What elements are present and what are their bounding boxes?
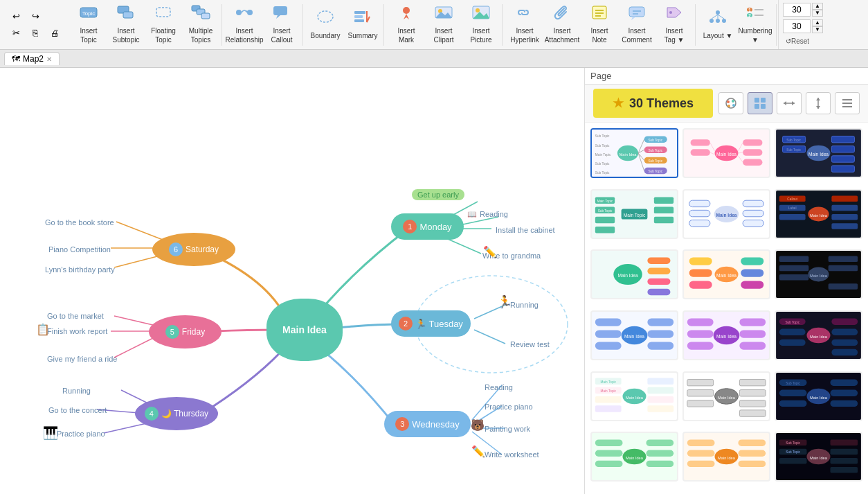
floating-topic-label: Floating Topic (151, 26, 176, 44)
svg-rect-108 (691, 149, 710, 155)
insert-topic-button[interactable]: Topic Insert Topic (71, 6, 107, 44)
theme-item-18[interactable]: Main Idea Sub Topic Sub Topic (775, 432, 862, 482)
summary-button[interactable]: Summary (345, 6, 381, 44)
theme-item-9[interactable]: Main Idea (775, 249, 862, 299)
insert-mark-button[interactable]: Insert Mark (388, 6, 424, 44)
cut-button[interactable]: ✂ (7, 26, 25, 41)
print-button[interactable]: 🖨 (46, 26, 64, 41)
insert-clipart-button[interactable]: Insert Clipart (426, 6, 462, 44)
svg-rect-174 (741, 258, 763, 265)
svg-rect-110 (743, 149, 762, 155)
hyperlink-button[interactable]: Insert Hyperlink (507, 6, 543, 44)
svg-rect-273 (779, 458, 807, 464)
summary-label: Summary (348, 31, 378, 40)
theme-item-4[interactable]: Main Topic Main Topic Sub Topic (590, 189, 678, 239)
theme-item-12[interactable]: Main Idea Sub Topic (775, 310, 862, 360)
theme-expand-h-button[interactable] (777, 92, 802, 114)
tuesday-node[interactable]: 2 🏃 Tuesday (391, 310, 471, 337)
width-down-button[interactable]: ▼ (812, 10, 823, 17)
svg-point-9 (247, 10, 253, 15)
svg-rect-246 (831, 400, 858, 406)
height-up-button[interactable]: ▲ (812, 19, 823, 26)
monday-reading-icon: 📖 (467, 210, 477, 219)
attachment-button[interactable]: Insert Attachment (544, 6, 580, 44)
svg-rect-183 (829, 256, 858, 263)
theme-item-6[interactable]: Main Idea Callout Label (775, 189, 862, 239)
svg-point-22 (476, 8, 480, 12)
theme-item-16[interactable]: Main Idea (590, 432, 678, 482)
insert-callout-button[interactable]: Insert Callout (264, 6, 300, 44)
theme-item-5[interactable]: Main Idea (682, 189, 770, 239)
numbering-button[interactable]: 12 Numbering ▼ (737, 6, 773, 44)
comment-button[interactable]: Insert Comment (619, 6, 655, 44)
svg-rect-209 (779, 329, 806, 335)
tag-label: Insert Tag ▼ (664, 26, 685, 44)
theme-item-2[interactable]: Main Idea (682, 128, 770, 178)
main-idea-node[interactable]: Main Idea (266, 299, 343, 361)
theme-list-button[interactable] (835, 92, 860, 114)
thursday-node[interactable]: 4 🌙 Thursday (135, 397, 218, 430)
height-down-button[interactable]: ▼ (812, 26, 823, 33)
svg-line-51 (474, 330, 505, 344)
svg-text:Main Idea: Main Idea (810, 274, 828, 278)
map2-tab-close[interactable]: ✕ (46, 55, 52, 63)
width-up-button[interactable]: ▲ (812, 3, 823, 10)
theme-item-3[interactable]: Main Idea Sub Topic Sub Topic (775, 128, 862, 178)
svg-rect-72 (761, 98, 766, 103)
theme-item-7[interactable]: Main Idea (590, 249, 678, 299)
insert-picture-button[interactable]: Insert Picture (463, 6, 499, 44)
theme-paint-button[interactable] (718, 92, 743, 114)
map2-tab[interactable]: 🗺 Map2 ✕ (4, 52, 60, 65)
theme-item-1[interactable]: Main Idea Sub Topic Sub Topic Sub Topic … (590, 128, 678, 178)
theme-item-15[interactable]: Main Idea Sub Topic (775, 371, 862, 421)
theme-item-13[interactable]: Main Idea Main Topic Main Topic (590, 371, 678, 421)
note-label: Insert Note (590, 26, 608, 44)
callout-icon (272, 5, 291, 26)
redo-button[interactable]: ↪ (26, 9, 44, 24)
tag-button[interactable]: Insert Tag ▼ (656, 6, 692, 44)
friday-node[interactable]: 5 Friday (149, 315, 221, 349)
reset-button[interactable]: ↺Reset (783, 36, 823, 46)
multiple-topics-button[interactable]: Multiple Topics (183, 6, 219, 44)
svg-rect-28 (629, 7, 644, 17)
floating-topic-button[interactable]: Floating Topic (145, 6, 181, 44)
copy-button[interactable]: ⎘ (26, 26, 44, 41)
theme-item-8[interactable]: Main Idea (682, 249, 770, 299)
boundary-button[interactable]: Boundary (307, 6, 343, 44)
height-spinner[interactable]: 30 (783, 19, 811, 33)
svg-rect-193 (647, 330, 673, 337)
theme-panel: Page ★ 30 Themes (584, 68, 868, 494)
hyperlink-icon (515, 5, 534, 26)
fri-child-market: Go to the market (47, 312, 104, 320)
theme-grid-button[interactable] (748, 92, 772, 114)
svg-rect-16 (354, 19, 364, 22)
insert-relationship-button[interactable]: Insert Relationship (226, 6, 262, 44)
callout-label: Insert Callout (271, 26, 292, 44)
theme-item-10[interactable]: Main Idea (590, 310, 678, 360)
theme-expand-v-button[interactable] (806, 92, 831, 114)
theme-item-14[interactable]: Main Idea (682, 371, 770, 421)
note-icon (590, 5, 609, 26)
width-spinner[interactable]: 30 (783, 3, 811, 17)
svg-rect-143 (689, 200, 710, 206)
svg-rect-155 (831, 195, 858, 202)
wednesday-node[interactable]: 3 Wednesday (384, 411, 471, 437)
svg-rect-123 (831, 146, 854, 152)
layout-numbering-group: Layout ▼ 12 Numbering ▼ (697, 4, 777, 46)
layout-button[interactable]: Layout ▼ (700, 6, 736, 44)
undo-button[interactable]: ↩ (7, 9, 25, 24)
svg-rect-263 (739, 440, 766, 446)
monday-node[interactable]: 1 Monday (391, 213, 464, 240)
saturday-node[interactable]: 6 Saturday (152, 233, 235, 266)
svg-text:2: 2 (748, 13, 751, 18)
mindmap-canvas-area[interactable]: Main Idea 1 Monday Get up early Reading … (0, 68, 584, 494)
theme-item-11[interactable]: Main Idea (682, 310, 770, 360)
note-button[interactable]: Insert Note (581, 6, 617, 44)
theme-item-17[interactable]: Main Idea (682, 432, 770, 482)
wed-child-worksheet: Write worksheet (485, 450, 539, 459)
svg-rect-109 (743, 139, 762, 145)
svg-rect-172 (689, 270, 712, 277)
mark-icon (397, 5, 416, 26)
svg-text:Main Topic: Main Topic (600, 380, 616, 384)
insert-subtopic-button[interactable]: Insert Subtopic (108, 6, 144, 44)
